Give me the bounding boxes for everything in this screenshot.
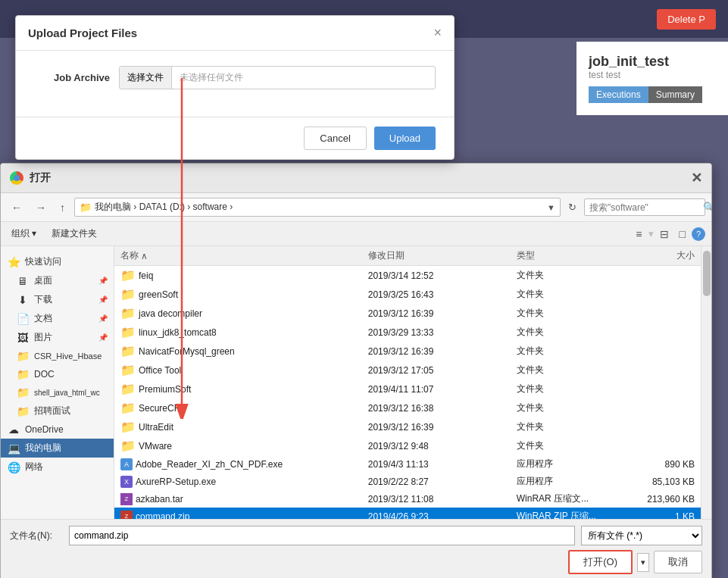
folder-icon: 📁: [120, 439, 136, 453]
sidebar-item-network[interactable]: 🌐 网络: [1, 458, 114, 476]
view-details-button[interactable]: ⊟: [655, 226, 673, 242]
sidebar-item-quick-access[interactable]: ⭐ 快速访问: [1, 252, 114, 271]
quick-access-icon: ⭐: [7, 256, 20, 268]
file-row-vmware-name: 📁 VMware: [120, 439, 368, 453]
filename-input[interactable]: [69, 526, 575, 545]
chrome-icon: [10, 171, 23, 185]
sidebar-item-network-label: 网络: [25, 461, 43, 473]
file-row-axure-name: X AxureRP-Setup.exe: [120, 476, 368, 488]
desktop-pin: 📌: [98, 277, 108, 285]
file-row-securecrt-name: 📁 SecureCRT: [120, 401, 368, 415]
adobe-exe-icon: A: [120, 458, 133, 470]
file-row-office-tool-name: 📁 Office Tool: [120, 363, 368, 377]
file-row-azkaban[interactable]: Z azkaban.tar 2019/3/12 11:08 WinRAR 压缩文…: [114, 490, 701, 508]
sidebar-item-interview[interactable]: 📁 招聘面试: [1, 401, 114, 420]
onedrive-icon: ☁: [7, 423, 20, 436]
filename-label: 文件名(N):: [10, 530, 63, 542]
search-input[interactable]: [589, 202, 703, 213]
file-row-greensoft[interactable]: 📁 greenSoft 2019/3/25 16:43 文件夹: [114, 285, 701, 304]
file-row-feiq[interactable]: 📁 feiq 2019/3/14 12:52 文件夹: [114, 266, 701, 285]
tabs-row: Executions Summary: [589, 86, 716, 103]
file-row-command-zip[interactable]: Z command.zip 2019/4/26 9:23 WinRAR ZIP …: [114, 508, 701, 519]
file-row-office-tool[interactable]: 📁 Office Tool 2019/3/12 17:05 文件夹: [114, 361, 701, 380]
file-name-display: 未选择任何文件: [172, 67, 435, 89]
file-dialog-titlebar: 打开 ✕: [1, 164, 711, 193]
scrollbar-thumb[interactable]: [703, 251, 711, 296]
file-row-axure[interactable]: X AxureRP-Setup.exe 2019/2/22 8:27 应用程序 …: [114, 473, 701, 490]
file-dialog-actions: 组织 ▾ 新建文件夹 ≡ ▾ ⊟ □ ?: [1, 222, 711, 246]
right-scrollbar[interactable]: [701, 246, 711, 519]
folder-icon: 📁: [120, 325, 136, 339]
tab-summary[interactable]: Summary: [648, 86, 702, 103]
address-bar[interactable]: 📁 我的电脑 › DATA1 (D:) › software › ▼: [74, 198, 561, 217]
search-icon-button[interactable]: 🔍: [703, 202, 712, 213]
file-dialog-bottom: 文件名(N): 所有文件 (*.*) 打开(O) ▾ 取消: [1, 519, 711, 578]
sidebar-item-desktop[interactable]: 🖥 桌面 📌: [1, 271, 114, 290]
file-row-java-decompiler[interactable]: 📁 java decompiler 2019/3/12 16:39 文件夹: [114, 304, 701, 323]
file-row-feiq-name: 📁 feiq: [120, 268, 368, 283]
upload-button[interactable]: Upload: [374, 127, 436, 150]
network-icon: 🌐: [7, 461, 20, 473]
file-row-premiumsoft[interactable]: 📁 PremiumSoft 2019/4/11 11:07 文件夹: [114, 380, 701, 398]
shell-folder-icon: 📁: [16, 386, 30, 398]
col-name-header[interactable]: 名称 ∧: [120, 249, 368, 262]
sidebar-item-downloads-label: 下载: [34, 293, 52, 306]
sidebar-item-pictures[interactable]: 🖼 图片 📌: [1, 328, 114, 347]
sidebar-item-shell[interactable]: 📁 shell_java_html_wc: [1, 383, 114, 401]
file-row-greensoft-name: 📁 greenSoft: [120, 287, 368, 301]
filename-row: 文件名(N): 所有文件 (*.*): [10, 526, 702, 545]
open-dropdown-button[interactable]: ▾: [637, 553, 649, 572]
view-list-button[interactable]: ≡: [631, 226, 646, 242]
sidebar-item-my-computer-label: 我的电脑: [25, 442, 61, 455]
downloads-pin: 📌: [98, 295, 108, 304]
file-row-adobe-name: A Adobe_Reader_XI_zh_CN_PDF.exe: [120, 458, 368, 470]
col-size-header[interactable]: 大小: [615, 249, 695, 262]
folder-icon: 📁: [120, 287, 136, 301]
sidebar-item-onedrive-label: OneDrive: [25, 424, 64, 435]
dialog-cancel-button[interactable]: 取消: [654, 551, 702, 573]
view-buttons: ≡ ▾ ⊟ □ ?: [631, 226, 705, 242]
sidebar-item-documents[interactable]: 📄 文档 📌: [1, 309, 114, 328]
upload-modal-header: Upload Project Files ×: [16, 16, 454, 51]
help-button[interactable]: ?: [692, 227, 705, 241]
sidebar-item-my-computer[interactable]: 💻 我的电脑: [1, 439, 114, 458]
col-date-header[interactable]: 修改日期: [368, 249, 517, 262]
address-path: 我的电脑 › DATA1 (D:) › software ›: [95, 201, 233, 214]
sidebar-item-doc[interactable]: 📁 DOC: [1, 365, 114, 383]
delete-button[interactable]: Delete P: [657, 9, 716, 30]
choose-file-button[interactable]: 选择文件: [120, 67, 172, 89]
view-preview-button[interactable]: □: [675, 226, 690, 242]
sidebar-item-csr[interactable]: 📁 CSR_Hive_Hbase: [1, 347, 114, 365]
sidebar-item-onedrive[interactable]: ☁ OneDrive: [1, 420, 114, 439]
file-row-navicat[interactable]: 📁 NavicatForMysql_green 2019/3/12 16:39 …: [114, 342, 701, 361]
upload-cancel-button[interactable]: Cancel: [304, 127, 366, 150]
tab-executions[interactable]: Executions: [589, 86, 648, 103]
col-type-header[interactable]: 类型: [517, 249, 616, 262]
nav-forward-button[interactable]: →: [31, 198, 51, 217]
sidebar-item-downloads[interactable]: ⬇ 下载 📌: [1, 290, 114, 309]
new-folder-button[interactable]: 新建文件夹: [45, 225, 103, 242]
organize-button[interactable]: 组织 ▾: [7, 225, 41, 242]
filetype-select[interactable]: 所有文件 (*.*): [581, 526, 702, 545]
open-button[interactable]: 打开(O): [568, 550, 633, 574]
file-row-vmware[interactable]: 📁 VMware 2019/3/12 9:48 文件夹: [114, 436, 701, 455]
folder-icon: 📁: [120, 401, 136, 415]
upload-modal-close-button[interactable]: ×: [433, 25, 442, 41]
sidebar-item-interview-label: 招聘面试: [34, 405, 70, 417]
sidebar-item-pictures-label: 图片: [34, 331, 52, 344]
file-dialog-close-button[interactable]: ✕: [691, 170, 702, 186]
search-bar: 🔍: [584, 198, 705, 216]
folder-icon: 📁: [120, 344, 136, 358]
file-row-linux-jdk[interactable]: 📁 linux_jdk8_tomcat8 2019/3/29 13:33 文件夹: [114, 323, 701, 342]
file-list-area: 名称 ∧ 修改日期 类型 大小 📁 feiq 2019/3/14 12:52 文…: [114, 246, 701, 519]
nav-back-button[interactable]: ←: [7, 198, 27, 217]
file-row-adobe[interactable]: A Adobe_Reader_XI_zh_CN_PDF.exe 2019/4/3…: [114, 455, 701, 473]
file-row-ultraedit[interactable]: 📁 UltraEdit 2019/3/12 16:39 文件夹: [114, 417, 701, 436]
address-dropdown-button[interactable]: ▼: [547, 203, 555, 212]
file-row-command-zip-name: Z command.zip: [120, 511, 368, 520]
nav-up-button[interactable]: ↑: [55, 198, 70, 217]
file-list-header: 名称 ∧ 修改日期 类型 大小: [114, 246, 701, 266]
refresh-button[interactable]: ↻: [565, 198, 580, 216]
file-row-securecrt[interactable]: 📁 SecureCRT 2019/3/12 16:38 文件夹: [114, 398, 701, 417]
sidebar-item-doc-label: DOC: [34, 369, 55, 380]
